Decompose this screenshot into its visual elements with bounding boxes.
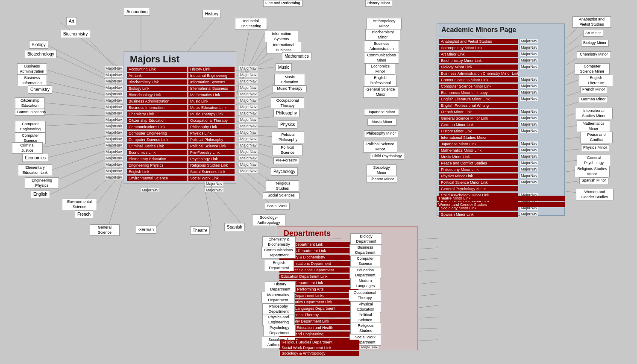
political-philosophy-link[interactable]: Political Philosophy: [188, 137, 235, 142]
music-node: Music: [276, 63, 292, 71]
intl-studies-minor-link[interactable]: International Studies Minor: [439, 135, 518, 140]
physics-link[interactable]: Physics Link: [188, 131, 235, 136]
svg-line-91: [419, 340, 438, 341]
anabaptist-minor-link[interactable]: Anabaptist and Pietist Studies: [439, 39, 518, 44]
occupational-therapy-link[interactable]: Occupational Therapy: [188, 118, 235, 123]
business-admin-link[interactable]: Business Administration: [127, 99, 187, 104]
math-dept-node: Mathematics Department: [261, 292, 295, 303]
biochemistry-node: Biochemistry: [61, 30, 90, 38]
english-link[interactable]: English Link: [127, 169, 187, 174]
psychology-link[interactable]: Psychology Link: [188, 156, 235, 161]
art-link[interactable]: Art Link: [127, 73, 187, 78]
eng-physics-link[interactable]: Engineering Physics: [127, 163, 187, 168]
biochemistry-link[interactable]: Biochemistry Link: [127, 79, 187, 85]
english-prof-minor-link[interactable]: English Professional Writing: [439, 103, 518, 108]
general-sci-node: General Science: [90, 224, 120, 236]
majornav-17: MajorNav: [105, 169, 123, 173]
math-minor-link[interactable]: Mathematics Minor Link: [439, 148, 518, 153]
environmental-sci-link[interactable]: Environmental Science: [127, 176, 187, 181]
mathematics-link[interactable]: Mathematics Link: [188, 92, 235, 97]
theatre-minor-link[interactable]: Theatre Minor Link: [437, 196, 565, 201]
majornav-r17: MajorNav: [239, 169, 258, 173]
spanish-minor-link[interactable]: Spanish Minor Link: [439, 212, 518, 217]
religious-studies-minor-node: Religious Studies Minor: [575, 166, 610, 177]
biology-link[interactable]: Biology Link: [127, 86, 187, 91]
communications-minor-link[interactable]: Communications Minor Link: [439, 77, 518, 82]
music-edu-link[interactable]: Music Education Link: [188, 105, 235, 110]
art-node: Art: [66, 17, 77, 25]
french-minor-link[interactable]: French Minor Link: [439, 109, 518, 114]
political-sci-minor-node: Political Science Minor: [363, 141, 397, 153]
music-minor-node: Music Minor: [367, 119, 396, 126]
communications-link[interactable]: Communications Link: [127, 124, 187, 129]
majornav-r3: MajorNav: [239, 79, 258, 83]
comp-sci-minor-link[interactable]: Computer Science Minor Link: [439, 84, 518, 89]
women-gender-node: Women and Gender Studies: [576, 189, 614, 200]
eng-physics-node: Engineering Physics: [25, 177, 59, 189]
english-lit-minor-link[interactable]: English Literature Minor Link: [439, 97, 518, 102]
anthropology-minor-link[interactable]: Anthropology Minor Link: [439, 45, 518, 50]
criminal-justice-link[interactable]: Criminal Justice Link: [127, 144, 187, 149]
chemistry-link[interactable]: Chemistry Link: [127, 112, 187, 117]
criminal-justice-node: Criminal Justice: [12, 142, 43, 154]
mnav-m12: MajorNav: [520, 122, 538, 126]
german-minor-link[interactable]: German Minor Link: [439, 122, 518, 127]
elementary-edu-node: Elementary Education Link: [18, 164, 52, 176]
philosophy-dept-node: Philosophy Department: [262, 303, 295, 315]
psych-dept-node: Psychology Department: [263, 325, 296, 336]
gen-sci-minor-link[interactable]: General Science Minor Link: [439, 116, 518, 121]
philosophy-link[interactable]: Philosophy Link: [188, 124, 235, 129]
education-dept-link[interactable]: Education Department Link: [279, 274, 358, 279]
political-sci-link[interactable]: Political Science Link: [188, 144, 235, 149]
intl-business-link[interactable]: International Business: [188, 86, 235, 91]
women-gender-minor-link[interactable]: Women and Gender Studies: [437, 202, 565, 207]
minors-section: Academic Minors Page Anabaptist and Piet…: [437, 23, 565, 216]
svg-line-87: [419, 294, 438, 296]
majornav-r6: MajorNav: [239, 98, 258, 103]
majornav-13: MajorNav: [105, 143, 123, 147]
majornav-b1: MajorNav: [205, 182, 223, 186]
majornav-16: MajorNav: [105, 162, 123, 167]
mnav-m1: MajorNav: [520, 39, 538, 43]
biochemistry-minor-link[interactable]: Biochemistry Minor Link: [439, 58, 518, 63]
philosophy-minor-link[interactable]: Philosophy Minor Link: [439, 167, 518, 172]
mnav-m17: MajorNav: [520, 161, 538, 165]
english-node: English: [31, 190, 50, 198]
business-info-link[interactable]: Business Information: [127, 105, 187, 110]
peace-conflict-link[interactable]: Peace and Conflict Studies: [439, 161, 518, 166]
computer-eng-link[interactable]: Computer Engineering: [127, 131, 187, 136]
social-sciences-link[interactable]: Social Sciences Link: [188, 169, 235, 174]
info-systems-link[interactable]: Information Systems: [188, 79, 235, 85]
economics-minor-link[interactable]: Economics Minor Link copy: [439, 90, 518, 95]
social-work-dept-link[interactable]: Social Work Department Link: [280, 345, 359, 350]
biology-minor-link[interactable]: Biology Minor Link: [439, 65, 518, 70]
music-minor-link[interactable]: Music Minor Link: [439, 154, 518, 159]
economics-link[interactable]: Economics Link: [127, 150, 187, 155]
gen-psych-minor-link[interactable]: General Psychology Minor: [439, 186, 518, 191]
industrial-eng-link[interactable]: Industrial Engineering: [188, 73, 235, 78]
majornav-b3: MajorNav: [141, 188, 159, 192]
citizenship-edu-link[interactable]: Citizenship Education: [127, 118, 187, 123]
computer-sci-link[interactable]: Computer Science Link: [127, 137, 187, 142]
history-minor-link[interactable]: History Minor Link: [439, 129, 518, 134]
history-link[interactable]: History Link: [188, 67, 235, 72]
mnav-m20: MajorNav: [520, 180, 538, 184]
music-therapy-link[interactable]: Music Therapy Link: [188, 112, 235, 117]
religious-dept-link[interactable]: Religious Studies Department: [280, 340, 359, 345]
business-admin-minor-link[interactable]: Business Administration Chemistry Minor …: [439, 71, 518, 76]
elementary-edu-link[interactable]: Elementary Education: [127, 156, 187, 161]
sociology-dept-link[interactable]: Sociology & Anthropology: [280, 351, 359, 356]
pre-forestry-link[interactable]: Pre-Forestry Link: [188, 150, 235, 155]
social-work-link[interactable]: Social Work Link: [188, 176, 235, 181]
accounting-link[interactable]: Accounting Link: [127, 67, 187, 72]
business-admin-minor-node: Business Administration: [364, 41, 399, 52]
svg-line-82: [419, 238, 438, 239]
political-sci-minor-link[interactable]: Political Science Minor Link: [439, 180, 518, 185]
physics-minor-link[interactable]: Physics Minor Link: [439, 173, 518, 179]
religious-studies-link[interactable]: Religious Studies Link: [188, 163, 235, 168]
japanese-minor-link[interactable]: Japanese Minor Link: [439, 141, 518, 147]
music-link[interactable]: Music Link: [188, 99, 235, 104]
accounting-node: Accounting: [124, 8, 150, 16]
biotechnology-link[interactable]: Biotechnology Link: [127, 92, 187, 97]
art-minor-link[interactable]: Art Minor Link: [439, 52, 518, 57]
